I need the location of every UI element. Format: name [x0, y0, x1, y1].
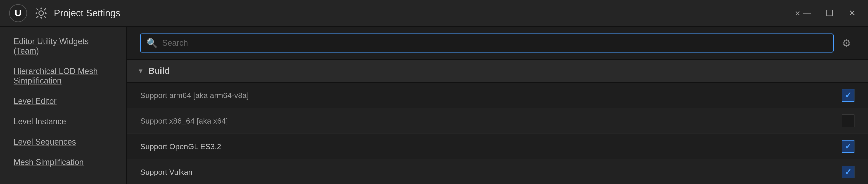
sidebar: Editor Utility Widgets (Team) Hierarchic…: [0, 27, 127, 184]
project-settings-window: U Project Settings × — ❑ ✕ Editor Utilit…: [0, 0, 868, 184]
build-section-header[interactable]: ▼ Build: [127, 59, 868, 83]
window-controls: — ❑ ✕: [800, 6, 859, 20]
gear-icon[interactable]: ⚙: [838, 35, 855, 51]
checkbox-support-vulkan[interactable]: ✓: [842, 166, 855, 178]
setting-row-support-x86-64: Support x86_64 [aka x64]: [127, 108, 868, 134]
checkmark-icon: ✓: [845, 167, 851, 177]
checkmark-icon: ✓: [845, 142, 851, 151]
section-title-build: Build: [148, 66, 170, 76]
setting-row-support-arm64: Support arm64 [aka arm64-v8a] ✓: [127, 83, 868, 108]
sidebar-item-level-instance[interactable]: Level Instance: [0, 111, 126, 132]
content-area: Editor Utility Widgets (Team) Hierarchic…: [0, 27, 868, 184]
setting-label-support-arm64: Support arm64 [aka arm64-v8a]: [140, 91, 842, 100]
minimize-button[interactable]: —: [800, 6, 814, 20]
sidebar-item-editor-utility-widgets[interactable]: Editor Utility Widgets (Team): [0, 31, 126, 61]
setting-row-support-opengl-es32: Support OpenGL ES3.2 ✓: [127, 134, 868, 159]
sidebar-item-level-sequences[interactable]: Level Sequences: [0, 132, 126, 152]
ue-logo-icon: U: [9, 4, 27, 22]
search-bar-row: 🔍 ⚙: [127, 27, 868, 59]
search-icon: 🔍: [146, 38, 158, 49]
checkbox-support-arm64[interactable]: ✓: [842, 89, 855, 102]
sidebar-item-hierarchical-lod[interactable]: Hierarchical LOD Mesh Simplification: [0, 61, 126, 91]
section-collapse-arrow: ▼: [137, 67, 144, 75]
settings-content: ▼ Build Support arm64 [aka arm64-v8a] ✓ …: [127, 59, 868, 184]
svg-text:U: U: [14, 7, 22, 18]
window-title: Project Settings: [54, 8, 790, 19]
setting-label-support-vulkan: Support Vulkan: [140, 168, 842, 177]
sidebar-item-mesh-simplification[interactable]: Mesh Simplification: [0, 152, 126, 173]
search-input[interactable]: [162, 38, 828, 48]
checkbox-support-opengl-es32[interactable]: ✓: [842, 140, 855, 153]
checkmark-icon: ✓: [845, 91, 851, 100]
checkbox-support-x86-64[interactable]: [842, 115, 855, 127]
sidebar-item-level-editor[interactable]: Level Editor: [0, 91, 126, 111]
setting-row-support-vulkan: Support Vulkan ✓: [127, 159, 868, 184]
search-container: 🔍: [140, 33, 834, 53]
settings-icon: [34, 6, 49, 20]
close-button[interactable]: ✕: [845, 6, 859, 20]
maximize-button[interactable]: ❑: [823, 6, 836, 20]
title-bar: U Project Settings × — ❑ ✕: [0, 0, 868, 27]
svg-point-2: [39, 11, 43, 16]
setting-label-support-opengl-es32: Support OpenGL ES3.2: [140, 142, 842, 151]
setting-label-support-x86-64: Support x86_64 [aka x64]: [140, 117, 842, 125]
main-panel: 🔍 ⚙ ▼ Build Support arm64 [aka arm64-v8a…: [127, 27, 868, 184]
close-tab-button[interactable]: ×: [795, 8, 800, 18]
